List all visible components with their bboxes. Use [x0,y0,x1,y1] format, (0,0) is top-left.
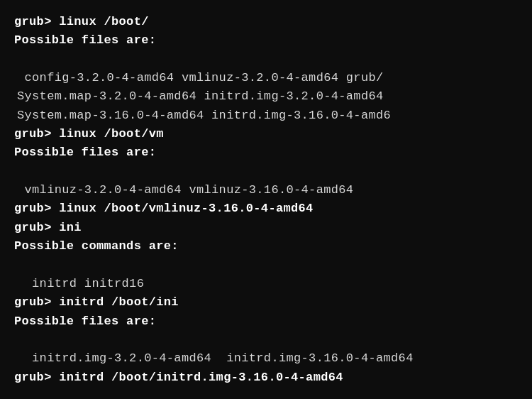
terminal-line: grub> linux /boot/vmlinuz-3.16.0-4-amd64 [14,200,518,218]
terminal-line [14,256,518,274]
terminal-line [14,50,518,69]
terminal-line: grub> linux /boot/vm [14,125,518,143]
terminal-line: grub> ini [14,219,518,237]
terminal-window: grub> linux /boot/ Possible files are: c… [0,0,532,399]
terminal-line: System.map-3.16.0-4-amd64 initrd.img-3.1… [14,106,518,125]
terminal-line: grub> initrd /boot/ini [14,293,518,312]
terminal-line: config-3.2.0-4-amd64 vmlinuz-3.2.0-4-amd… [14,69,518,87]
terminal-line: System.map-3.2.0-4-amd64 initrd.img-3.2.… [14,87,518,106]
terminal-line: initrd initrd16 [14,275,518,293]
terminal-line [14,163,518,181]
terminal-line: grub> linux /boot/ [14,13,518,31]
terminal-line [14,331,518,349]
terminal-line: Possible commands are: [14,237,518,256]
terminal-line: Possible files are: [14,312,518,331]
terminal-line: Possible files are: [14,143,518,162]
terminal-output: grub> linux /boot/ Possible files are: c… [14,13,518,399]
terminal-line: vmlinuz-3.2.0-4-amd64 vmlinuz-3.16.0-4-a… [14,181,518,200]
terminal-prompt-cursor-line[interactable]: grub> [14,387,518,399]
terminal-line: initrd.img-3.2.0-4-amd64 initrd.img-3.16… [14,349,518,368]
terminal-line: grub> initrd /boot/initrd.img-3.16.0-4-a… [14,368,518,387]
terminal-line: Possible files are: [14,31,518,50]
